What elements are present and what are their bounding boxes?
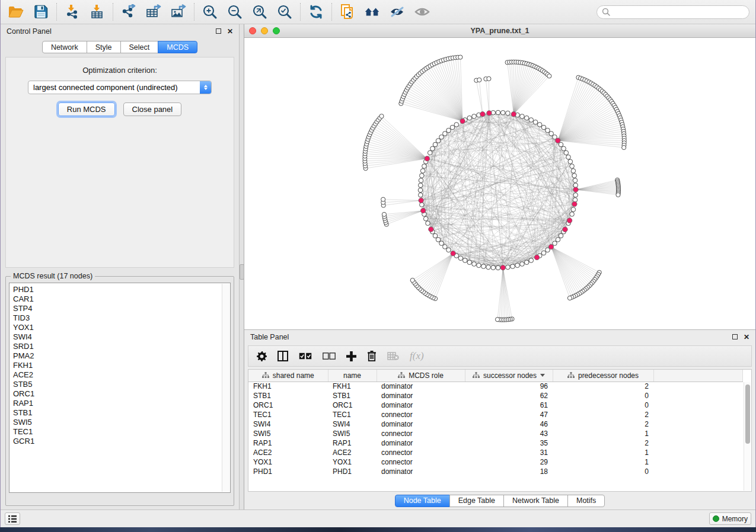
zoom-selected-icon[interactable]: [276, 4, 293, 20]
cell-predecessors: 2: [553, 419, 653, 429]
mcds-result-item[interactable]: FKH1: [13, 361, 230, 370]
minimize-window-icon[interactable]: [261, 27, 268, 34]
close-table-panel-icon[interactable]: ✕: [744, 334, 749, 341]
close-window-icon[interactable]: [249, 27, 256, 34]
optimization-criterion-label: Optimization criterion:: [6, 66, 234, 75]
result-list-scrollbar[interactable]: [222, 284, 229, 492]
import-table-icon[interactable]: [89, 4, 106, 20]
table-row[interactable]: STB1STB1dominator620: [248, 391, 743, 400]
cell-successors: 31: [465, 448, 553, 457]
search-input[interactable]: [596, 5, 749, 19]
tab-select[interactable]: Select: [120, 41, 159, 53]
cell-shared_name: TEC1: [248, 410, 328, 419]
table-row[interactable]: SWI5SWI5connector431: [248, 429, 743, 438]
column-header-name[interactable]: name: [328, 370, 377, 382]
table-row[interactable]: SWI4SWI4dominator462: [248, 419, 743, 429]
splitter-grip[interactable]: [240, 264, 244, 280]
tab-style[interactable]: Style: [87, 41, 121, 53]
table-row[interactable]: FKH1FKH1dominator962: [248, 382, 743, 391]
export-image-icon[interactable]: [170, 4, 187, 20]
task-history-button[interactable]: [5, 512, 20, 525]
cell-shared_name: RAP1: [248, 438, 328, 448]
first-neighbors-icon[interactable]: [364, 4, 381, 20]
table-row[interactable]: TEC1TEC1connector472: [248, 410, 743, 419]
hide-selected-icon[interactable]: [389, 4, 406, 20]
table-scrollbar[interactable]: [744, 382, 751, 491]
mcds-result-item[interactable]: SWI4: [13, 332, 230, 342]
table-row[interactable]: RAP1RAP1dominator352: [248, 438, 743, 448]
search-field[interactable]: [613, 8, 744, 16]
mcds-result-item[interactable]: ACE2: [13, 370, 230, 380]
mcds-result-item[interactable]: STP4: [13, 304, 230, 313]
maximize-window-icon[interactable]: [273, 27, 280, 34]
refresh-icon[interactable]: [308, 4, 324, 20]
duplicate-network-icon[interactable]: [339, 4, 356, 20]
task-list-icon: [8, 515, 17, 523]
float-panel-icon[interactable]: [216, 28, 221, 35]
panel-splitter[interactable]: [240, 24, 244, 509]
cell-empty: [653, 448, 743, 457]
column-header-mcds-role[interactable]: MCDS role: [377, 370, 465, 382]
open-folder-icon[interactable]: [8, 4, 24, 20]
tab-mcds[interactable]: MCDS: [158, 41, 197, 53]
column-header-predecessor-nodes[interactable]: predecessor nodes: [553, 370, 653, 382]
table-scrollbar-thumb[interactable]: [745, 384, 750, 444]
network-window-titlebar[interactable]: YPA_prune.txt_1: [244, 24, 755, 38]
mcds-result-item[interactable]: YOX1: [13, 323, 230, 332]
tab-edge-table[interactable]: Edge Table: [449, 495, 504, 507]
hierarchy-icon: [398, 372, 405, 379]
mcds-result-item[interactable]: TID3: [13, 313, 230, 323]
table-panel-title: Table Panel: [250, 333, 289, 341]
mcds-result-item[interactable]: TEC1: [13, 427, 230, 437]
run-mcds-button[interactable]: Run MCDS: [58, 102, 115, 116]
show-all-icon[interactable]: [414, 4, 430, 20]
tab-network-table[interactable]: Network Table: [503, 495, 568, 507]
mcds-result-item[interactable]: SWI5: [13, 418, 230, 427]
float-table-panel-icon[interactable]: [732, 334, 738, 341]
hierarchy-icon: [567, 372, 575, 379]
tab-node-table[interactable]: Node Table: [395, 495, 450, 507]
table-row[interactable]: PHD1PHD1dominator180: [248, 467, 743, 476]
save-icon[interactable]: [33, 4, 49, 20]
mcds-result-list[interactable]: PHD1CAR1STP4TID3YOX1SWI4SRD1PMA2FKH1ACE2…: [9, 283, 231, 493]
table-settings-gear-icon[interactable]: [257, 351, 267, 361]
cell-empty: [653, 391, 743, 400]
import-network-icon[interactable]: [64, 4, 81, 20]
export-network-icon[interactable]: [120, 4, 137, 20]
mcds-result-item[interactable]: SRD1: [13, 342, 230, 351]
mcds-result-item[interactable]: STB5: [13, 380, 230, 389]
table-row[interactable]: ACE2ACE2connector311: [248, 448, 743, 457]
mcds-result-item[interactable]: STB1: [13, 408, 230, 418]
mcds-result-item[interactable]: ORC1: [13, 389, 230, 399]
mcds-result-item[interactable]: PHD1: [13, 285, 230, 294]
select-all-columns-icon[interactable]: [299, 352, 312, 360]
cell-successors: 46: [465, 419, 553, 429]
close-panel-icon[interactable]: ✕: [227, 28, 233, 35]
mcds-result-item[interactable]: CAR1: [13, 294, 230, 304]
show-column-pane-icon[interactable]: [277, 351, 288, 361]
close-panel-button[interactable]: Close panel: [123, 102, 182, 116]
memory-button[interactable]: Memory: [709, 512, 751, 525]
column-header-successor-nodes[interactable]: successor nodes: [465, 370, 553, 382]
table-row[interactable]: YOX1YOX1connector291: [248, 457, 743, 467]
zoom-fit-icon[interactable]: [251, 4, 268, 20]
tab-motifs[interactable]: Motifs: [567, 495, 605, 507]
cell-role: dominator: [377, 400, 465, 410]
delete-column-trash-icon[interactable]: [367, 351, 377, 361]
column-header-shared-name[interactable]: shared name: [248, 370, 328, 382]
cell-empty: [653, 429, 743, 438]
export-table-icon[interactable]: [145, 4, 162, 20]
mcds-result-item[interactable]: GCR1: [13, 437, 230, 446]
unselect-all-columns-icon[interactable]: [323, 352, 336, 360]
table-row[interactable]: ORC1ORC1dominator610: [248, 400, 743, 410]
cell-role: dominator: [377, 438, 465, 448]
cell-successors: 18: [465, 467, 553, 476]
criterion-select[interactable]: largest connected component (undirected): [28, 81, 212, 94]
mcds-result-item[interactable]: PMA2: [13, 351, 230, 361]
zoom-out-icon[interactable]: [227, 4, 243, 20]
zoom-in-icon[interactable]: [202, 4, 218, 20]
tab-network[interactable]: Network: [42, 41, 87, 53]
network-canvas[interactable]: [244, 38, 755, 329]
create-column-icon[interactable]: [346, 351, 356, 361]
mcds-result-item[interactable]: RAP1: [13, 399, 230, 408]
